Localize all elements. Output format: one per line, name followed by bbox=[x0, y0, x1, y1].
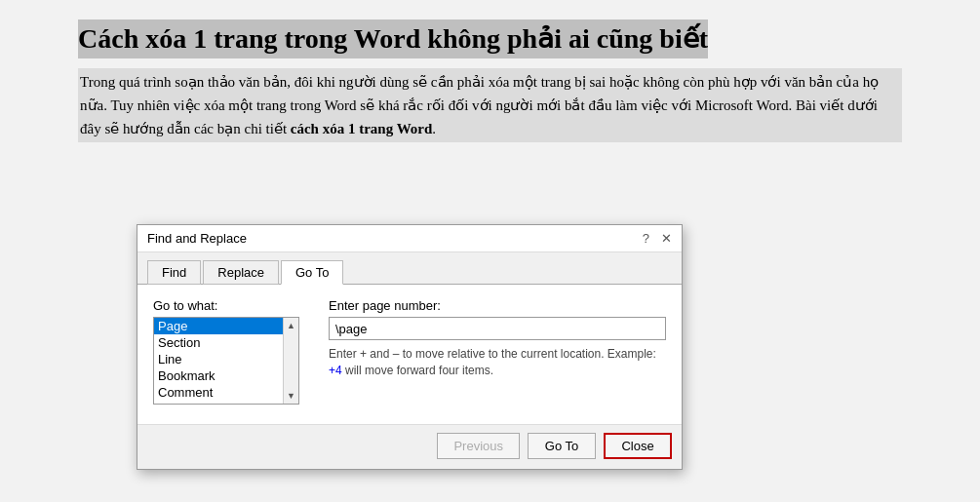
page-number-input[interactable] bbox=[329, 317, 666, 340]
hint-text: Enter + and – to move relative to the cu… bbox=[329, 346, 666, 379]
left-column: Go to what: Page Section Line Bookmark C… bbox=[153, 298, 309, 405]
scroll-down-arrow[interactable]: ▼ bbox=[285, 389, 297, 403]
list-item-bookmark[interactable]: Bookmark bbox=[154, 367, 283, 384]
enter-page-label: Enter page number: bbox=[329, 298, 666, 313]
close-dialog-button[interactable]: Close bbox=[604, 433, 672, 459]
list-item-page[interactable]: Page bbox=[154, 318, 283, 334]
dialog-close-button[interactable]: ✕ bbox=[661, 231, 672, 246]
dialog-title: Find and Replace bbox=[147, 231, 247, 246]
tab-goto[interactable]: Go To bbox=[281, 260, 343, 285]
dialog-overlay: Find and Replace ? ✕ Find Replace Go To … bbox=[0, 0, 980, 502]
listbox-items: Page Section Line Bookmark Comment Footn… bbox=[154, 318, 283, 404]
dialog-content: Go to what: Page Section Line Bookmark C… bbox=[137, 285, 682, 424]
list-item-footnote[interactable]: Footnote bbox=[154, 401, 283, 404]
list-item-line[interactable]: Line bbox=[154, 351, 283, 367]
titlebar-controls: ? ✕ bbox=[643, 231, 672, 246]
dialog-main-row: Go to what: Page Section Line Bookmark C… bbox=[153, 298, 666, 405]
list-item-comment[interactable]: Comment bbox=[154, 384, 283, 401]
scroll-up-arrow[interactable]: ▲ bbox=[285, 319, 297, 332]
tab-replace[interactable]: Replace bbox=[203, 260, 279, 285]
dialog-buttons: Previous Go To Close bbox=[137, 424, 682, 469]
goto-button[interactable]: Go To bbox=[528, 433, 596, 459]
goto-what-label: Go to what: bbox=[153, 298, 309, 313]
goto-listbox[interactable]: Page Section Line Bookmark Comment Footn… bbox=[153, 317, 299, 405]
tab-find[interactable]: Find bbox=[147, 260, 201, 285]
dialog-titlebar: Find and Replace ? ✕ bbox=[137, 225, 682, 252]
previous-button[interactable]: Previous bbox=[437, 433, 520, 459]
right-column: Enter page number: Enter + and – to move… bbox=[329, 298, 666, 405]
help-button[interactable]: ? bbox=[643, 231, 649, 246]
list-item-section[interactable]: Section bbox=[154, 334, 283, 351]
find-replace-dialog: Find and Replace ? ✕ Find Replace Go To … bbox=[137, 224, 683, 470]
dialog-tabs: Find Replace Go To bbox=[137, 252, 682, 285]
listbox-scrollbar[interactable]: ▲ ▼ bbox=[283, 318, 298, 404]
